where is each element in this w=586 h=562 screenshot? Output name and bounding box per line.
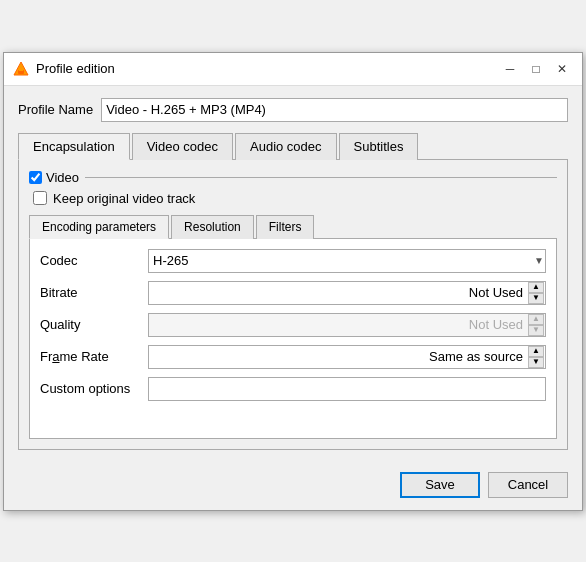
quality-down-button[interactable]: ▼ xyxy=(528,325,544,336)
profile-name-input[interactable] xyxy=(101,98,568,122)
framerate-down-button[interactable]: ▼ xyxy=(528,357,544,368)
title-bar: Profile edition ─ □ ✕ xyxy=(4,53,582,86)
main-tab-content: Video Keep original video track Encoding… xyxy=(18,160,568,450)
profile-edition-window: Profile edition ─ □ ✕ Profile Name Encap… xyxy=(3,52,583,511)
codec-row: Codec H-265 H-264 MPEG-4 Theora VP8 ▼ xyxy=(40,249,546,273)
bitrate-control: ▲ ▼ xyxy=(148,281,546,305)
bitrate-input[interactable] xyxy=(153,285,541,300)
bitrate-row: Bitrate ▲ ▼ xyxy=(40,281,546,305)
quality-spinbox-buttons: ▲ ▼ xyxy=(528,314,544,336)
inner-tab-filters[interactable]: Filters xyxy=(256,215,315,239)
tab-video-codec[interactable]: Video codec xyxy=(132,133,233,160)
bitrate-up-button[interactable]: ▲ xyxy=(528,282,544,293)
profile-name-label: Profile Name xyxy=(18,102,93,117)
bitrate-label: Bitrate xyxy=(40,285,140,300)
custom-options-control xyxy=(148,377,546,401)
custom-options-input[interactable] xyxy=(148,377,546,401)
video-section-line xyxy=(85,177,557,178)
bitrate-down-button[interactable]: ▼ xyxy=(528,293,544,304)
maximize-button[interactable]: □ xyxy=(524,59,548,79)
main-tabs-header: Encapsulation Video codec Audio codec Su… xyxy=(18,132,568,160)
codec-select[interactable]: H-265 H-264 MPEG-4 Theora VP8 xyxy=(148,249,546,273)
codec-select-wrapper: H-265 H-264 MPEG-4 Theora VP8 ▼ xyxy=(148,249,546,273)
quality-row: Quality ▲ ▼ xyxy=(40,313,546,337)
codec-label: Codec xyxy=(40,253,140,268)
framerate-spinbox: ▲ ▼ xyxy=(148,345,546,369)
tab-audio-codec[interactable]: Audio codec xyxy=(235,133,337,160)
video-checkbox[interactable] xyxy=(29,171,42,184)
custom-options-label: Custom options xyxy=(40,381,140,396)
keep-original-row: Keep original video track xyxy=(33,191,557,206)
svg-rect-2 xyxy=(19,68,23,71)
window-title: Profile edition xyxy=(36,61,498,76)
quality-up-button[interactable]: ▲ xyxy=(528,314,544,325)
tab-encapsulation[interactable]: Encapsulation xyxy=(18,133,130,160)
bitrate-spinbox-buttons: ▲ ▼ xyxy=(528,282,544,304)
custom-options-row: Custom options xyxy=(40,377,546,401)
inner-tabs-header: Encoding parameters Resolution Filters xyxy=(29,214,557,239)
framerate-row: Frame Rate ▲ ▼ xyxy=(40,345,546,369)
inner-tab-encoding-params[interactable]: Encoding parameters xyxy=(29,215,169,239)
quality-control: ▲ ▼ xyxy=(148,313,546,337)
framerate-control: ▲ ▼ xyxy=(148,345,546,369)
quality-spinbox: ▲ ▼ xyxy=(148,313,546,337)
inner-tab-resolution[interactable]: Resolution xyxy=(171,215,254,239)
bitrate-spinbox: ▲ ▼ xyxy=(148,281,546,305)
keep-original-label: Keep original video track xyxy=(53,191,195,206)
close-button[interactable]: ✕ xyxy=(550,59,574,79)
keep-original-checkbox[interactable] xyxy=(33,191,47,205)
window-controls: ─ □ ✕ xyxy=(498,59,574,79)
inner-tab-content: Codec H-265 H-264 MPEG-4 Theora VP8 ▼ xyxy=(29,239,557,439)
framerate-up-button[interactable]: ▲ xyxy=(528,346,544,357)
codec-control: H-265 H-264 MPEG-4 Theora VP8 ▼ xyxy=(148,249,546,273)
profile-name-row: Profile Name xyxy=(18,98,568,122)
framerate-input[interactable] xyxy=(153,349,541,364)
tab-subtitles[interactable]: Subtitles xyxy=(339,133,419,160)
quality-label: Quality xyxy=(40,317,140,332)
minimize-button[interactable]: ─ xyxy=(498,59,522,79)
video-section-header: Video xyxy=(29,170,557,185)
framerate-spinbox-buttons: ▲ ▼ xyxy=(528,346,544,368)
app-icon xyxy=(12,60,30,78)
dialog-content: Profile Name Encapsulation Video codec A… xyxy=(4,86,582,462)
bottom-bar: Save Cancel xyxy=(4,462,582,510)
video-label: Video xyxy=(46,170,79,185)
save-button[interactable]: Save xyxy=(400,472,480,498)
framerate-label: Frame Rate xyxy=(40,349,140,364)
quality-input[interactable] xyxy=(153,317,541,332)
cancel-button[interactable]: Cancel xyxy=(488,472,568,498)
